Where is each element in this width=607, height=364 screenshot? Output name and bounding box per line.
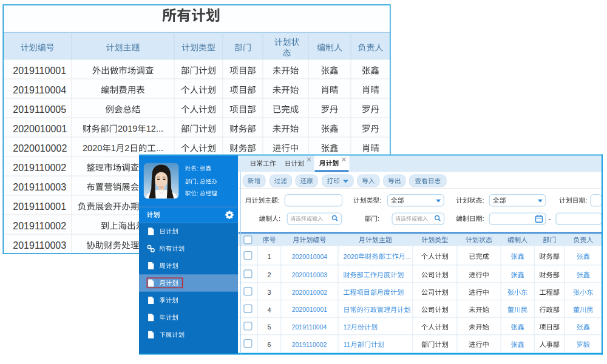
svg-text::: : <box>278 197 280 204</box>
svg-text::: : <box>279 215 280 222</box>
svg-text:5: 5 <box>268 323 271 331</box>
svg-text:2020010001: 2020010001 <box>13 124 67 134</box>
svg-text:2020010002: 2020010002 <box>292 289 328 296</box>
svg-text:12: 12 <box>344 323 351 331</box>
svg-text:2019110003: 2019110003 <box>13 182 66 192</box>
svg-text:2020010001: 2020010001 <box>292 306 328 313</box>
svg-text::: : <box>379 197 381 204</box>
svg-text:2019110004: 2019110004 <box>13 85 66 95</box>
svg-text:2019110002: 2019110002 <box>13 221 66 231</box>
svg-text:2020010004: 2020010004 <box>292 253 328 260</box>
svg-text:2020: 2020 <box>83 143 102 153</box>
svg-text:2020010003: 2020010003 <box>292 271 328 278</box>
svg-text:2019110004: 2019110004 <box>292 323 327 331</box>
svg-text::: : <box>197 165 198 172</box>
svg-text:2019110001: 2019110001 <box>13 201 66 212</box>
svg-text:1: 1 <box>268 253 271 260</box>
svg-text:2019110005: 2019110005 <box>13 104 66 115</box>
svg-text:2019110001: 2019110001 <box>13 66 66 76</box>
svg-text::: : <box>197 190 198 197</box>
svg-text:-: - <box>549 215 551 222</box>
svg-text:11: 11 <box>344 341 351 348</box>
svg-text:3: 3 <box>268 289 271 296</box>
svg-text::: : <box>197 178 198 185</box>
svg-text::: : <box>482 197 484 204</box>
svg-text::: : <box>482 215 484 222</box>
svg-text:2020: 2020 <box>344 253 359 260</box>
svg-text::: : <box>585 197 587 204</box>
svg-text::: : <box>378 215 379 222</box>
svg-text:2020010002: 2020010002 <box>13 143 67 153</box>
svg-text:2019110002: 2019110002 <box>292 341 327 348</box>
svg-text:1: 1 <box>111 143 116 153</box>
svg-text:4: 4 <box>268 306 271 314</box>
svg-text:2: 2 <box>124 143 129 153</box>
svg-text:2019: 2019 <box>118 124 137 133</box>
svg-text:...: ... <box>405 253 411 260</box>
svg-text:2019110002: 2019110002 <box>13 163 66 173</box>
svg-text:2: 2 <box>268 271 271 278</box>
svg-text:12...: 12... <box>146 124 163 133</box>
svg-text:...: ... <box>156 143 163 153</box>
svg-text:6: 6 <box>268 341 271 348</box>
svg-text:2019110003: 2019110003 <box>13 240 66 251</box>
